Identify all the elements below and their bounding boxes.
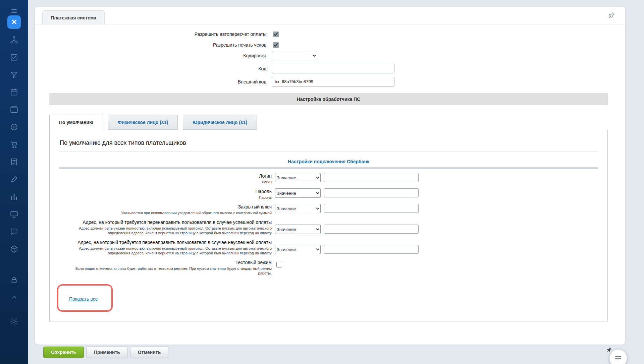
field-sublabel: Адрес должен быть указан полностью, вклю…	[59, 226, 272, 235]
close-button[interactable]: ✕	[7, 15, 21, 29]
field-label: Тестовый режим	[59, 259, 272, 265]
login-type-select[interactable]: Значение	[275, 173, 321, 182]
divider	[59, 151, 598, 151]
show-all-link[interactable]: Показать все	[69, 296, 98, 302]
field-label-block: Закрытый ключ Указывается при использова…	[59, 204, 272, 215]
close-icon: ✕	[11, 18, 17, 26]
field-label-block: Адрес, на который требуется перенаправит…	[59, 239, 272, 255]
save-button[interactable]: Сохранить	[43, 347, 84, 358]
field-label: Логин	[59, 173, 272, 179]
private-key-input[interactable]	[324, 204, 419, 213]
test-mode-checkbox[interactable]	[276, 262, 282, 267]
success-url-type-select[interactable]: Значение	[275, 225, 321, 234]
top-form: Разрешить автопересчет оплаты: Разрешить…	[35, 25, 625, 86]
field-row-password: Пароль Пароль Значение	[59, 188, 598, 200]
field-row-test-mode: Тестовый режим Если опция отмечена, опла…	[59, 259, 598, 276]
field-label: Кодировка:	[35, 53, 272, 58]
show-all-zone: Показать все	[59, 284, 598, 314]
payment-system-card: Платежная система Разрешить автопересчет…	[35, 7, 625, 345]
menu-icon[interactable]	[10, 7, 18, 15]
automation-icon[interactable]	[10, 36, 18, 44]
print-receipts-checkbox[interactable]	[273, 42, 279, 48]
field-label-block: Адрес, на который требуется перенаправит…	[59, 219, 272, 235]
list-icon	[614, 354, 622, 362]
field-row-fail-url: Адрес, на который требуется перенаправит…	[59, 239, 598, 255]
panel-heading: По умолчанию для всех типов плательщиков	[60, 139, 598, 146]
fail-url-type-select[interactable]: Значение	[275, 245, 321, 254]
field-sublabel: Указывается при использовании уведомлени…	[59, 210, 272, 215]
settings-list-button[interactable]	[609, 350, 627, 364]
field-sublabel: Адрес должен быть указан полностью, вклю…	[59, 246, 272, 255]
form-row-encoding: Кодировка:	[35, 51, 625, 60]
field-label: Адрес, на который требуется перенаправит…	[59, 219, 272, 225]
form-row-print-receipts: Разрешить печать чеков:	[35, 40, 625, 50]
field-row-login: Логин Логин Значение	[59, 173, 598, 184]
default-tab-panel: По умолчанию для всех типов плательщиков…	[49, 130, 608, 321]
settings-gear-icon[interactable]	[10, 317, 18, 326]
apply-button[interactable]: Применить	[86, 347, 128, 358]
tab-label: По умолчанию	[59, 120, 93, 125]
sign-pencil-icon[interactable]	[10, 175, 18, 184]
form-row-autorecalc: Разрешить автопересчет оплаты:	[35, 29, 625, 39]
field-controls: Значение	[275, 188, 419, 198]
field-sublabel: Логин	[59, 180, 272, 184]
orders-document-icon[interactable]	[10, 158, 18, 166]
sites-monitor-icon[interactable]	[10, 210, 18, 219]
left-sidebar: ✕	[0, 0, 28, 364]
storage-icon[interactable]	[10, 105, 18, 114]
field-sublabel: Пароль	[59, 195, 272, 200]
form-actions: Сохранить Применить Отменить	[43, 347, 168, 358]
tasks-icon[interactable]	[10, 53, 18, 62]
password-input[interactable]	[324, 188, 419, 197]
autorecalc-checkbox[interactable]	[273, 32, 279, 37]
tab-default[interactable]: По умолчанию	[49, 115, 103, 130]
tab-individual[interactable]: Физическое лицо (s1)	[108, 115, 178, 130]
form-row-external-code: Внешний код:	[35, 77, 625, 86]
analytics-bars-icon[interactable]	[10, 192, 18, 201]
tab-label: Физическое лицо (s1)	[118, 120, 168, 125]
messenger-icon[interactable]	[10, 227, 18, 236]
tab-legal-entity[interactable]: Юридическое лицо (s1)	[183, 115, 257, 130]
fail-url-input[interactable]	[324, 245, 419, 254]
external-code-input[interactable]	[272, 77, 394, 86]
encoding-select[interactable]	[272, 51, 317, 60]
lock-icon[interactable]	[10, 276, 18, 284]
pin-icon[interactable]	[608, 12, 615, 19]
band-title: Настройка обработчика ПС	[297, 97, 361, 102]
password-type-select[interactable]: Значение	[275, 188, 321, 198]
form-row-code: Код:	[35, 64, 625, 73]
cancel-button[interactable]: Отменить	[130, 347, 168, 358]
field-label: Внешний код:	[35, 79, 272, 84]
window-tab-payment-system[interactable]: Платежная система	[42, 10, 105, 25]
field-label: Разрешить печать чеков:	[35, 42, 272, 48]
code-input[interactable]	[272, 64, 394, 73]
field-label: Адрес, на который требуется перенаправит…	[59, 239, 272, 245]
field-controls: Значение	[275, 239, 419, 254]
field-controls	[275, 259, 283, 268]
shopping-cart-icon[interactable]	[10, 140, 18, 149]
calendar-icon[interactable]	[10, 88, 18, 97]
private-key-type-select[interactable]: Значение	[275, 204, 321, 213]
catalog-cube-icon[interactable]	[10, 245, 18, 253]
crm-funnel-icon[interactable]	[10, 70, 18, 79]
chevron-up-icon[interactable]	[10, 293, 18, 302]
field-row-private-key: Закрытый ключ Указывается при использова…	[59, 204, 598, 215]
window-tab-title: Платежная система	[51, 15, 96, 20]
sberbank-settings-title: Настройки подключения Сбербанк	[59, 159, 598, 164]
login-input[interactable]	[324, 173, 419, 182]
field-sublabel: Если опция отмечена, оплата будет работа…	[59, 266, 272, 276]
payer-type-tabs: По умолчанию Физическое лицо (s1) Юридич…	[49, 115, 608, 130]
field-label-block: Пароль Пароль	[59, 188, 272, 200]
tab-label: Юридическое лицо (s1)	[193, 120, 247, 125]
field-label: Закрытый ключ	[59, 204, 272, 210]
handler-settings-band: Настройка обработчика ПС	[49, 93, 608, 105]
field-label: Код:	[35, 66, 272, 71]
marketing-target-icon[interactable]	[10, 123, 18, 131]
card-header: Платежная система	[35, 7, 625, 25]
field-label-block: Тестовый режим Если опция отмечена, опла…	[59, 259, 272, 276]
field-controls: Значение	[275, 204, 419, 213]
field-label: Пароль	[59, 188, 272, 194]
field-controls: Значение	[275, 219, 419, 234]
success-url-input[interactable]	[324, 225, 419, 234]
field-controls: Значение	[275, 173, 419, 182]
